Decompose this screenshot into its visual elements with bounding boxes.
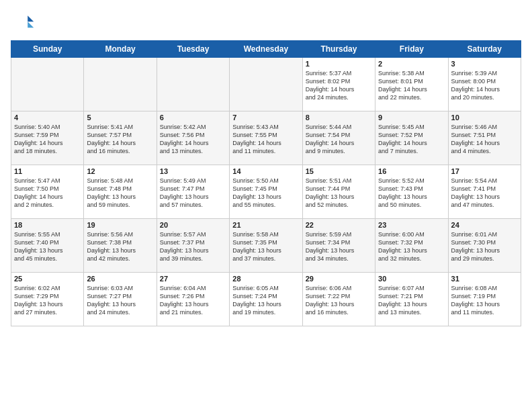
day-info: Sunrise: 6:03 AMSunset: 7:27 PMDaylight:… xyxy=(87,284,153,317)
day-info: Sunrise: 5:52 AMSunset: 7:43 PMDaylight:… xyxy=(378,177,445,210)
day-info: Sunrise: 6:05 AMSunset: 7:24 PMDaylight:… xyxy=(232,284,299,317)
day-number: 7 xyxy=(232,113,299,122)
calendar-table: SundayMondayTuesdayWednesdayThursdayFrid… xyxy=(11,40,521,326)
day-info: Sunrise: 5:42 AMSunset: 7:56 PMDaylight:… xyxy=(160,123,226,156)
calendar-cell: 23Sunrise: 6:00 AMSunset: 7:32 PMDayligh… xyxy=(375,219,448,273)
day-of-week-saturday: Saturday xyxy=(448,41,521,58)
day-number: 9 xyxy=(378,113,445,122)
day-info: Sunrise: 5:38 AMSunset: 8:01 PMDaylight:… xyxy=(378,69,445,102)
day-number: 22 xyxy=(306,221,372,229)
day-number: 2 xyxy=(378,60,445,68)
day-info: Sunrise: 5:54 AMSunset: 7:41 PMDaylight:… xyxy=(451,177,518,210)
day-number: 21 xyxy=(232,221,299,229)
day-info: Sunrise: 6:00 AMSunset: 7:32 PMDaylight:… xyxy=(378,230,445,263)
day-number: 18 xyxy=(14,221,81,229)
day-number: 17 xyxy=(451,167,518,175)
day-of-week-friday: Friday xyxy=(375,41,448,58)
calendar-cell: 7Sunrise: 5:43 AMSunset: 7:55 PMDaylight… xyxy=(230,111,302,165)
day-info: Sunrise: 5:58 AMSunset: 7:35 PMDaylight:… xyxy=(232,230,299,263)
day-info: Sunrise: 5:50 AMSunset: 7:45 PMDaylight:… xyxy=(232,177,299,210)
day-info: Sunrise: 5:57 AMSunset: 7:37 PMDaylight:… xyxy=(160,230,226,263)
day-info: Sunrise: 6:08 AMSunset: 7:19 PMDaylight:… xyxy=(451,284,518,317)
calendar-cell xyxy=(84,58,157,111)
day-number: 10 xyxy=(451,113,518,122)
svg-marker-1 xyxy=(28,21,34,28)
calendar-cell: 21Sunrise: 5:58 AMSunset: 7:35 PMDayligh… xyxy=(230,219,302,273)
calendar-cell: 17Sunrise: 5:54 AMSunset: 7:41 PMDayligh… xyxy=(448,165,521,219)
day-number: 26 xyxy=(87,275,153,283)
calendar-cell: 9Sunrise: 5:45 AMSunset: 7:52 PMDaylight… xyxy=(375,111,448,165)
day-info: Sunrise: 5:43 AMSunset: 7:55 PMDaylight:… xyxy=(232,123,299,156)
calendar-cell: 28Sunrise: 6:05 AMSunset: 7:24 PMDayligh… xyxy=(230,273,302,326)
week-row: 1Sunrise: 5:37 AMSunset: 8:02 PMDaylight… xyxy=(11,58,521,111)
calendar-cell: 3Sunrise: 5:39 AMSunset: 8:00 PMDaylight… xyxy=(448,58,521,111)
day-number: 30 xyxy=(378,275,445,283)
calendar-cell: 25Sunrise: 6:02 AMSunset: 7:29 PMDayligh… xyxy=(11,273,84,326)
calendar-cell: 4Sunrise: 5:40 AMSunset: 7:59 PMDaylight… xyxy=(11,111,84,165)
calendar-cell: 30Sunrise: 6:07 AMSunset: 7:21 PMDayligh… xyxy=(375,273,448,326)
svg-marker-0 xyxy=(28,15,34,21)
calendar-cell: 29Sunrise: 6:06 AMSunset: 7:22 PMDayligh… xyxy=(302,273,375,326)
day-info: Sunrise: 5:39 AMSunset: 8:00 PMDaylight:… xyxy=(451,69,518,102)
day-of-week-wednesday: Wednesday xyxy=(230,41,302,58)
calendar-body: 1Sunrise: 5:37 AMSunset: 8:02 PMDaylight… xyxy=(11,58,521,326)
day-info: Sunrise: 6:01 AMSunset: 7:30 PMDaylight:… xyxy=(451,230,518,263)
calendar-header: SundayMondayTuesdayWednesdayThursdayFrid… xyxy=(11,41,521,58)
day-info: Sunrise: 5:55 AMSunset: 7:40 PMDaylight:… xyxy=(14,230,81,263)
day-number: 31 xyxy=(451,275,518,283)
calendar-cell: 20Sunrise: 5:57 AMSunset: 7:37 PMDayligh… xyxy=(157,219,229,273)
calendar-cell: 13Sunrise: 5:49 AMSunset: 7:47 PMDayligh… xyxy=(157,165,229,219)
calendar-cell: 11Sunrise: 5:47 AMSunset: 7:50 PMDayligh… xyxy=(11,165,84,219)
day-info: Sunrise: 5:44 AMSunset: 7:54 PMDaylight:… xyxy=(306,123,372,156)
day-number: 29 xyxy=(306,275,372,283)
calendar-cell: 19Sunrise: 5:56 AMSunset: 7:38 PMDayligh… xyxy=(84,219,157,273)
calendar-cell: 27Sunrise: 6:04 AMSunset: 7:26 PMDayligh… xyxy=(157,273,229,326)
day-info: Sunrise: 6:06 AMSunset: 7:22 PMDaylight:… xyxy=(306,284,372,317)
day-of-week-monday: Monday xyxy=(84,41,157,58)
day-info: Sunrise: 5:45 AMSunset: 7:52 PMDaylight:… xyxy=(378,123,445,156)
day-number: 13 xyxy=(160,167,226,175)
day-number: 14 xyxy=(232,167,299,175)
calendar-cell: 12Sunrise: 5:48 AMSunset: 7:48 PMDayligh… xyxy=(84,165,157,219)
day-number: 16 xyxy=(378,167,445,175)
calendar-cell: 14Sunrise: 5:50 AMSunset: 7:45 PMDayligh… xyxy=(230,165,302,219)
day-number: 8 xyxy=(306,113,372,122)
calendar-cell: 15Sunrise: 5:51 AMSunset: 7:44 PMDayligh… xyxy=(302,165,375,219)
day-info: Sunrise: 5:46 AMSunset: 7:51 PMDaylight:… xyxy=(451,123,518,156)
day-info: Sunrise: 6:04 AMSunset: 7:26 PMDaylight:… xyxy=(160,284,226,317)
day-number: 28 xyxy=(232,275,299,283)
week-row: 18Sunrise: 5:55 AMSunset: 7:40 PMDayligh… xyxy=(11,219,521,273)
calendar-cell: 16Sunrise: 5:52 AMSunset: 7:43 PMDayligh… xyxy=(375,165,448,219)
week-row: 4Sunrise: 5:40 AMSunset: 7:59 PMDaylight… xyxy=(11,111,521,165)
day-number: 24 xyxy=(451,221,518,229)
calendar-cell: 24Sunrise: 6:01 AMSunset: 7:30 PMDayligh… xyxy=(448,219,521,273)
day-number: 23 xyxy=(378,221,445,229)
day-info: Sunrise: 5:41 AMSunset: 7:57 PMDaylight:… xyxy=(87,123,153,156)
logo-icon xyxy=(11,11,35,35)
day-info: Sunrise: 5:59 AMSunset: 7:34 PMDaylight:… xyxy=(306,230,372,263)
page-header xyxy=(11,11,521,35)
logo xyxy=(11,11,38,35)
day-number: 27 xyxy=(160,275,226,283)
week-row: 11Sunrise: 5:47 AMSunset: 7:50 PMDayligh… xyxy=(11,165,521,219)
day-of-week-tuesday: Tuesday xyxy=(157,41,229,58)
calendar-cell: 6Sunrise: 5:42 AMSunset: 7:56 PMDaylight… xyxy=(157,111,229,165)
day-number: 25 xyxy=(14,275,81,283)
calendar-cell xyxy=(157,58,229,111)
calendar-cell: 10Sunrise: 5:46 AMSunset: 7:51 PMDayligh… xyxy=(448,111,521,165)
day-info: Sunrise: 5:48 AMSunset: 7:48 PMDaylight:… xyxy=(87,177,153,210)
calendar-cell: 2Sunrise: 5:38 AMSunset: 8:01 PMDaylight… xyxy=(375,58,448,111)
day-of-week-thursday: Thursday xyxy=(302,41,375,58)
day-number: 4 xyxy=(14,113,81,122)
week-row: 25Sunrise: 6:02 AMSunset: 7:29 PMDayligh… xyxy=(11,273,521,326)
day-info: Sunrise: 5:47 AMSunset: 7:50 PMDaylight:… xyxy=(14,177,81,210)
day-number: 11 xyxy=(14,167,81,175)
day-number: 15 xyxy=(306,167,372,175)
day-info: Sunrise: 6:02 AMSunset: 7:29 PMDaylight:… xyxy=(14,284,81,317)
day-info: Sunrise: 5:37 AMSunset: 8:02 PMDaylight:… xyxy=(306,69,372,102)
day-number: 6 xyxy=(160,113,226,122)
day-number: 3 xyxy=(451,60,518,68)
calendar-cell xyxy=(230,58,302,111)
day-info: Sunrise: 5:56 AMSunset: 7:38 PMDaylight:… xyxy=(87,230,153,263)
day-number: 1 xyxy=(306,60,372,68)
